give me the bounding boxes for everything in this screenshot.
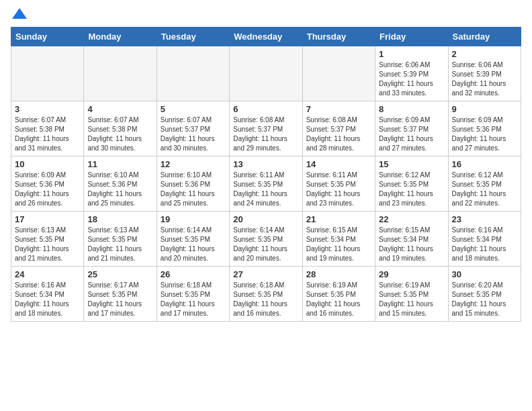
- day-number: 20: [233, 214, 298, 224]
- day-number: 24: [15, 269, 80, 279]
- day-number: 16: [452, 159, 517, 169]
- day-number: 9: [452, 104, 517, 114]
- calendar-cell: 13Sunrise: 6:11 AM Sunset: 5:35 PM Dayli…: [230, 156, 302, 212]
- cell-info: Sunrise: 6:17 AM Sunset: 5:35 PM Dayligh…: [87, 281, 152, 318]
- calendar-cell: [302, 46, 375, 101]
- day-number: 6: [233, 104, 298, 114]
- cell-info: Sunrise: 6:09 AM Sunset: 5:37 PM Dayligh…: [379, 116, 444, 153]
- day-number: 18: [87, 214, 152, 224]
- cell-info: Sunrise: 6:06 AM Sunset: 5:39 PM Dayligh…: [379, 60, 444, 98]
- col-header-friday: Friday: [375, 28, 448, 46]
- cell-info: Sunrise: 6:18 AM Sunset: 5:35 PM Dayligh…: [161, 281, 226, 318]
- calendar-cell: 4Sunrise: 6:07 AM Sunset: 5:38 PM Daylig…: [84, 101, 157, 156]
- cell-info: Sunrise: 6:14 AM Sunset: 5:35 PM Dayligh…: [161, 226, 226, 263]
- cell-info: Sunrise: 6:16 AM Sunset: 5:34 PM Dayligh…: [452, 226, 517, 263]
- calendar-cell: 6Sunrise: 6:08 AM Sunset: 5:37 PM Daylig…: [230, 101, 302, 156]
- cell-info: Sunrise: 6:09 AM Sunset: 5:36 PM Dayligh…: [15, 171, 80, 208]
- col-header-saturday: Saturday: [448, 28, 521, 46]
- cell-info: Sunrise: 6:10 AM Sunset: 5:36 PM Dayligh…: [87, 171, 152, 208]
- calendar-week-3: 17Sunrise: 6:13 AM Sunset: 5:35 PM Dayli…: [11, 212, 521, 267]
- day-number: 5: [161, 104, 226, 114]
- calendar-cell: 9Sunrise: 6:09 AM Sunset: 5:36 PM Daylig…: [448, 101, 521, 156]
- cell-info: Sunrise: 6:12 AM Sunset: 5:35 PM Dayligh…: [379, 171, 444, 208]
- day-number: 26: [161, 269, 226, 279]
- day-number: 15: [379, 159, 444, 169]
- col-header-monday: Monday: [84, 28, 157, 46]
- day-number: 29: [379, 269, 444, 279]
- calendar-cell: 17Sunrise: 6:13 AM Sunset: 5:35 PM Dayli…: [11, 212, 84, 267]
- calendar-cell: [11, 46, 84, 101]
- col-header-thursday: Thursday: [302, 28, 375, 46]
- calendar-cell: 8Sunrise: 6:09 AM Sunset: 5:37 PM Daylig…: [375, 101, 448, 156]
- calendar-cell: 28Sunrise: 6:19 AM Sunset: 5:35 PM Dayli…: [302, 267, 375, 322]
- cell-info: Sunrise: 6:19 AM Sunset: 5:35 PM Dayligh…: [379, 281, 444, 318]
- calendar-cell: 14Sunrise: 6:11 AM Sunset: 5:35 PM Dayli…: [302, 156, 375, 212]
- day-number: 4: [87, 104, 152, 114]
- cell-info: Sunrise: 6:14 AM Sunset: 5:35 PM Dayligh…: [233, 226, 298, 263]
- page-header: [11, 11, 521, 19]
- day-number: 12: [161, 159, 226, 169]
- calendar-cell: 21Sunrise: 6:15 AM Sunset: 5:34 PM Dayli…: [302, 212, 375, 267]
- day-number: 14: [306, 159, 371, 169]
- col-header-sunday: Sunday: [11, 28, 84, 46]
- calendar-cell: 1Sunrise: 6:06 AM Sunset: 5:39 PM Daylig…: [375, 46, 448, 101]
- calendar-cell: 16Sunrise: 6:12 AM Sunset: 5:35 PM Dayli…: [448, 156, 521, 212]
- cell-info: Sunrise: 6:07 AM Sunset: 5:38 PM Dayligh…: [15, 116, 80, 153]
- calendar-cell: 23Sunrise: 6:16 AM Sunset: 5:34 PM Dayli…: [448, 212, 521, 267]
- calendar-week-2: 10Sunrise: 6:09 AM Sunset: 5:36 PM Dayli…: [11, 156, 521, 212]
- svg-marker-0: [12, 8, 27, 19]
- day-number: 27: [233, 269, 298, 279]
- calendar-cell: 30Sunrise: 6:20 AM Sunset: 5:35 PM Dayli…: [448, 267, 521, 322]
- cell-info: Sunrise: 6:06 AM Sunset: 5:39 PM Dayligh…: [452, 60, 517, 98]
- cell-info: Sunrise: 6:11 AM Sunset: 5:35 PM Dayligh…: [306, 171, 371, 208]
- calendar-cell: 26Sunrise: 6:18 AM Sunset: 5:35 PM Dayli…: [157, 267, 229, 322]
- day-number: 25: [87, 269, 152, 279]
- logo-icon: [12, 8, 27, 19]
- calendar-cell: 7Sunrise: 6:08 AM Sunset: 5:37 PM Daylig…: [302, 101, 375, 156]
- cell-info: Sunrise: 6:08 AM Sunset: 5:37 PM Dayligh…: [233, 116, 298, 153]
- day-number: 2: [452, 49, 517, 59]
- day-number: 3: [15, 104, 80, 114]
- calendar-cell: 15Sunrise: 6:12 AM Sunset: 5:35 PM Dayli…: [375, 156, 448, 212]
- day-number: 11: [87, 159, 152, 169]
- day-number: 19: [161, 214, 226, 224]
- cell-info: Sunrise: 6:20 AM Sunset: 5:35 PM Dayligh…: [452, 281, 517, 318]
- cell-info: Sunrise: 6:12 AM Sunset: 5:35 PM Dayligh…: [452, 171, 517, 208]
- calendar-cell: 19Sunrise: 6:14 AM Sunset: 5:35 PM Dayli…: [157, 212, 229, 267]
- day-number: 23: [452, 214, 517, 224]
- cell-info: Sunrise: 6:08 AM Sunset: 5:37 PM Dayligh…: [306, 116, 371, 153]
- cell-info: Sunrise: 6:15 AM Sunset: 5:34 PM Dayligh…: [306, 226, 371, 263]
- calendar-cell: 10Sunrise: 6:09 AM Sunset: 5:36 PM Dayli…: [11, 156, 84, 212]
- col-header-tuesday: Tuesday: [157, 28, 229, 46]
- calendar-week-4: 24Sunrise: 6:16 AM Sunset: 5:34 PM Dayli…: [11, 267, 521, 322]
- day-number: 17: [15, 214, 80, 224]
- cell-info: Sunrise: 6:15 AM Sunset: 5:34 PM Dayligh…: [379, 226, 444, 263]
- col-header-wednesday: Wednesday: [230, 28, 302, 46]
- day-number: 22: [379, 214, 444, 224]
- calendar-cell: 3Sunrise: 6:07 AM Sunset: 5:38 PM Daylig…: [11, 101, 84, 156]
- calendar-cell: 5Sunrise: 6:07 AM Sunset: 5:37 PM Daylig…: [157, 101, 229, 156]
- cell-info: Sunrise: 6:09 AM Sunset: 5:36 PM Dayligh…: [452, 116, 517, 153]
- calendar-cell: 20Sunrise: 6:14 AM Sunset: 5:35 PM Dayli…: [230, 212, 302, 267]
- calendar-cell: 2Sunrise: 6:06 AM Sunset: 5:39 PM Daylig…: [448, 46, 521, 101]
- calendar-cell: 12Sunrise: 6:10 AM Sunset: 5:36 PM Dayli…: [157, 156, 229, 212]
- calendar-cell: 24Sunrise: 6:16 AM Sunset: 5:34 PM Dayli…: [11, 267, 84, 322]
- day-number: 1: [379, 49, 444, 59]
- logo: [11, 11, 27, 19]
- cell-info: Sunrise: 6:19 AM Sunset: 5:35 PM Dayligh…: [306, 281, 371, 318]
- calendar-cell: 11Sunrise: 6:10 AM Sunset: 5:36 PM Dayli…: [84, 156, 157, 212]
- cell-info: Sunrise: 6:11 AM Sunset: 5:35 PM Dayligh…: [233, 171, 298, 208]
- cell-info: Sunrise: 6:16 AM Sunset: 5:34 PM Dayligh…: [15, 281, 80, 318]
- calendar-table: SundayMondayTuesdayWednesdayThursdayFrid…: [11, 27, 521, 322]
- calendar-week-0: 1Sunrise: 6:06 AM Sunset: 5:39 PM Daylig…: [11, 46, 521, 101]
- calendar-cell: 25Sunrise: 6:17 AM Sunset: 5:35 PM Dayli…: [84, 267, 157, 322]
- calendar-week-1: 3Sunrise: 6:07 AM Sunset: 5:38 PM Daylig…: [11, 101, 521, 156]
- cell-info: Sunrise: 6:13 AM Sunset: 5:35 PM Dayligh…: [15, 226, 80, 263]
- calendar-cell: 18Sunrise: 6:13 AM Sunset: 5:35 PM Dayli…: [84, 212, 157, 267]
- calendar-cell: [84, 46, 157, 101]
- cell-info: Sunrise: 6:07 AM Sunset: 5:37 PM Dayligh…: [161, 116, 226, 153]
- day-number: 7: [306, 104, 371, 114]
- calendar-cell: 22Sunrise: 6:15 AM Sunset: 5:34 PM Dayli…: [375, 212, 448, 267]
- cell-info: Sunrise: 6:18 AM Sunset: 5:35 PM Dayligh…: [233, 281, 298, 318]
- cell-info: Sunrise: 6:10 AM Sunset: 5:36 PM Dayligh…: [161, 171, 226, 208]
